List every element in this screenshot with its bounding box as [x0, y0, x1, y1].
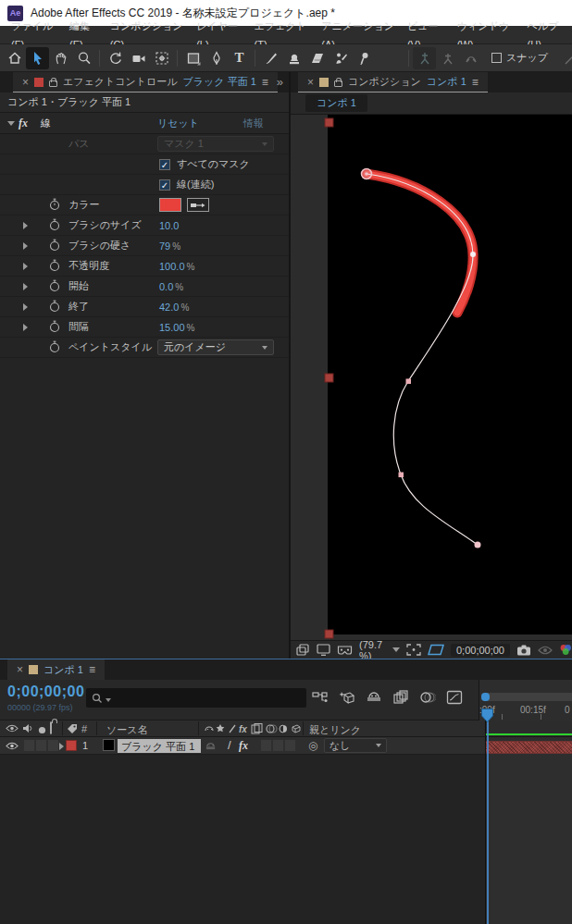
stopwatch-icon[interactable] [48, 320, 61, 335]
property-value[interactable]: 42.0% [159, 302, 189, 313]
timeline-search-input[interactable] [86, 688, 306, 708]
layer-duration-bar[interactable] [486, 741, 572, 754]
chevron-right-icon[interactable] [23, 222, 28, 229]
video-eye-icon[interactable] [6, 723, 19, 734]
camera-tool-icon[interactable] [127, 47, 150, 69]
layer-expand-chevron-icon[interactable] [59, 743, 64, 750]
stopwatch-icon[interactable] [48, 198, 61, 213]
composition-viewport[interactable] [291, 115, 572, 640]
value-text[interactable]: 79 [159, 240, 170, 252]
snapshot-camera-icon[interactable] [516, 645, 531, 656]
eraser-tool-icon[interactable] [305, 47, 329, 69]
chevron-down-icon[interactable] [7, 121, 15, 126]
solo-icon[interactable] [38, 725, 46, 736]
brush-tool-icon[interactable] [259, 47, 282, 69]
chevron-right-icon[interactable] [23, 303, 28, 311]
frame-blending-icon[interactable] [391, 687, 411, 708]
snap-checkbox[interactable] [491, 53, 502, 63]
vr-goggles-icon[interactable] [337, 645, 353, 656]
value-text[interactable]: 42.0 [159, 302, 179, 313]
parent-pickwhip-icon[interactable]: ◎ [308, 739, 317, 752]
audio-speaker-icon[interactable] [22, 723, 33, 735]
zoom-level-value[interactable]: (79.7 %) [359, 639, 389, 661]
motion-blur-icon[interactable] [417, 687, 438, 708]
layer-handle-bottom-left[interactable] [325, 630, 333, 638]
reset-link[interactable]: リセット [157, 117, 199, 130]
property-value[interactable]: 79% [159, 240, 180, 252]
label-tag-icon[interactable] [67, 723, 78, 736]
color-swatch[interactable] [159, 198, 181, 212]
lock-cell[interactable] [48, 740, 58, 751]
mask-visibility-toggle-icon[interactable] [428, 644, 444, 656]
playhead-marker[interactable] [481, 708, 493, 722]
adjustment-cell[interactable] [285, 740, 295, 751]
effect-controls-tab[interactable]: × エフェクトコントロール ブラック 平面 1 ≡ [13, 72, 278, 92]
panel-menu-icon[interactable]: ≡ [262, 76, 268, 89]
timeline-tab[interactable]: × コンポ 1 ≡ [7, 659, 105, 680]
home-icon[interactable] [3, 47, 26, 69]
shy-switch-icon[interactable] [205, 739, 217, 753]
property-value[interactable]: 15.00% [159, 322, 194, 333]
panel-menu-icon[interactable]: ≡ [472, 76, 479, 89]
roto-brush-tool-icon[interactable] [329, 47, 352, 69]
tab-overflow-icon[interactable]: » [277, 75, 283, 89]
property-value[interactable]: 100.0% [159, 261, 194, 272]
layer-name[interactable]: ブラック 平面 1 [118, 739, 201, 753]
playhead-line[interactable] [487, 710, 489, 924]
index-column-header[interactable]: # [81, 723, 87, 734]
motion-blur-cell[interactable] [273, 740, 283, 751]
value-text[interactable]: 100.0 [159, 261, 185, 272]
frame-blend-cell[interactable] [261, 740, 271, 751]
always-preview-icon[interactable] [296, 644, 310, 656]
chevron-right-icon[interactable] [23, 263, 28, 270]
close-icon[interactable]: × [307, 76, 314, 89]
property-value[interactable]: 10.0 [159, 220, 179, 231]
pan-behind-tool-icon[interactable] [150, 47, 173, 69]
region-of-interest-icon[interactable] [406, 644, 421, 656]
quality-switch[interactable]: / [228, 738, 231, 752]
stopwatch-icon[interactable] [48, 218, 61, 233]
mask-vertex-end[interactable] [475, 542, 481, 548]
close-icon[interactable]: × [17, 663, 23, 676]
lock-icon[interactable] [334, 80, 342, 87]
stopwatch-icon[interactable] [48, 300, 61, 314]
chevron-right-icon[interactable] [23, 283, 28, 290]
eyedropper-whip-icon[interactable] [187, 198, 209, 212]
comp-mini-flowchart-icon[interactable] [310, 687, 330, 708]
paint-style-dropdown[interactable]: 元のイメージ [157, 339, 274, 355]
hide-shy-layers-icon[interactable] [364, 687, 384, 708]
selection-tool-icon[interactable] [26, 47, 49, 69]
source-name-column-header[interactable]: ソース名 [106, 723, 148, 737]
panel-menu-icon[interactable]: ≡ [89, 663, 95, 676]
clone-stamp-tool-icon[interactable] [282, 47, 305, 69]
shape-tool-icon[interactable] [181, 47, 205, 69]
layer-visibility-eye-icon[interactable] [6, 741, 19, 752]
close-icon[interactable]: × [22, 76, 29, 89]
audio-cell[interactable] [24, 740, 34, 751]
current-timecode[interactable]: 0;00;00;00 [7, 684, 84, 700]
composition-canvas[interactable] [291, 115, 572, 640]
parent-dropdown[interactable]: なし [324, 738, 387, 753]
solo-cell[interactable] [36, 740, 46, 751]
value-text[interactable]: 10.0 [159, 220, 179, 231]
layer-handle-top-left[interactable] [325, 118, 333, 127]
show-snapshot-eye-icon[interactable] [538, 646, 553, 655]
chevron-right-icon[interactable] [23, 242, 28, 250]
track-area[interactable] [485, 737, 572, 924]
type-tool-icon[interactable]: T [228, 47, 251, 69]
mask-vertex-4[interactable] [399, 473, 404, 478]
magnification-dropdown[interactable]: (79.7 %) [359, 639, 400, 661]
layer-label-color-chip[interactable] [66, 740, 77, 751]
comp-black-solid[interactable] [328, 115, 572, 634]
lock-column-icon[interactable] [50, 722, 52, 733]
hand-tool-icon[interactable] [49, 47, 72, 69]
snap-toggle[interactable]: スナップ [491, 51, 548, 65]
composition-tab[interactable]: × コンポジション コンポ 1 ≡ [298, 72, 488, 92]
puppet-pin-tool-icon[interactable] [352, 47, 375, 69]
stopwatch-icon[interactable] [48, 340, 61, 355]
mask-vertex-3[interactable] [406, 379, 412, 385]
value-text[interactable]: 15.00 [159, 322, 185, 333]
stopwatch-icon[interactable] [48, 259, 61, 274]
stopwatch-icon[interactable] [48, 279, 61, 294]
rotate-tool-icon[interactable] [104, 47, 127, 69]
